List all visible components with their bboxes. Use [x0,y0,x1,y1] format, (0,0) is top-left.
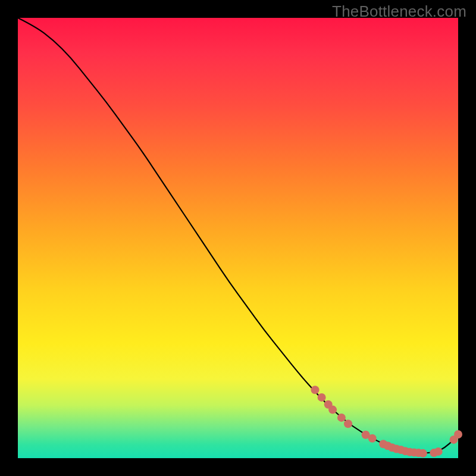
data-marker [318,393,326,402]
markers-group [311,386,463,458]
data-marker [434,447,443,456]
plot-area [18,18,458,458]
data-marker [337,414,346,422]
chart-svg [18,18,458,458]
data-marker [454,430,462,439]
data-marker [344,419,352,428]
data-marker [368,434,377,443]
data-marker [328,406,337,414]
chart-frame: TheBottleneck.com [0,0,476,476]
data-marker [311,386,320,394]
curve-line [18,18,458,453]
data-marker [419,449,427,458]
